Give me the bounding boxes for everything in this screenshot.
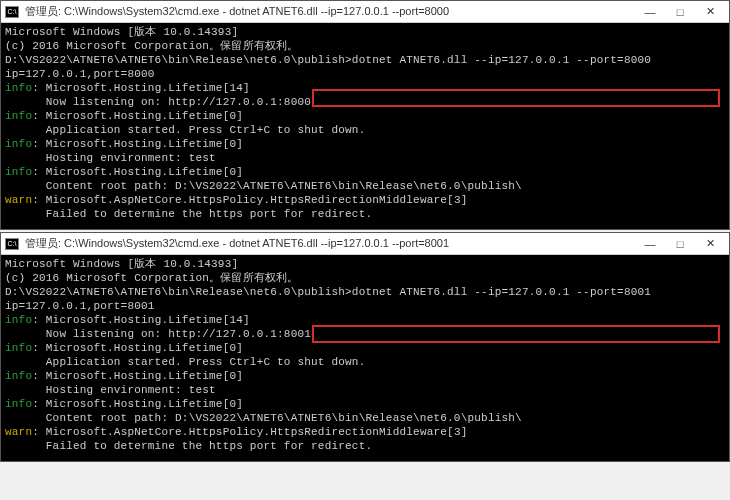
info-label: info: [5, 314, 32, 326]
terminal-line: info: Microsoft.Hosting.Lifetime[0]: [5, 369, 725, 383]
log-message: : Microsoft.Hosting.Lifetime[14]: [32, 82, 250, 94]
terminal-line: Microsoft Windows [版本 10.0.14393]: [5, 25, 725, 39]
window-controls: — □ ✕: [635, 234, 725, 254]
log-message: : Microsoft.Hosting.Lifetime[0]: [32, 110, 243, 122]
cmd-icon: C:\: [5, 6, 19, 18]
window-controls: — □ ✕: [635, 2, 725, 22]
terminal-line: info: Microsoft.Hosting.Lifetime[0]: [5, 165, 725, 179]
terminal-line: info: Microsoft.Hosting.Lifetime[14]: [5, 313, 725, 327]
minimize-button[interactable]: —: [635, 234, 665, 254]
info-label: info: [5, 342, 32, 354]
terminal-line: info: Microsoft.Hosting.Lifetime[0]: [5, 397, 725, 411]
cmd-window-1: C:\ 管理员: C:\Windows\System32\cmd.exe - d…: [0, 0, 730, 230]
terminal-line: D:\VS2022\ATNET6\ATNET6\bin\Release\net6…: [5, 285, 725, 299]
terminal-line: Microsoft Windows [版本 10.0.14393]: [5, 257, 725, 271]
terminal-line: Failed to determine the https port for r…: [5, 439, 725, 453]
window-title: 管理员: C:\Windows\System32\cmd.exe - dotne…: [25, 4, 635, 19]
terminal-line: Content root path: D:\VS2022\ATNET6\ATNE…: [5, 411, 725, 425]
log-message: : Microsoft.Hosting.Lifetime[0]: [32, 398, 243, 410]
info-label: info: [5, 138, 32, 150]
terminal-line: Hosting environment: test: [5, 151, 725, 165]
terminal-line: info: Microsoft.Hosting.Lifetime[0]: [5, 137, 725, 151]
terminal-line: info: Microsoft.Hosting.Lifetime[0]: [5, 109, 725, 123]
terminal-line: Application started. Press Ctrl+C to shu…: [5, 355, 725, 369]
info-label: info: [5, 166, 32, 178]
titlebar[interactable]: C:\ 管理员: C:\Windows\System32\cmd.exe - d…: [1, 1, 729, 23]
terminal-line: D:\VS2022\ATNET6\ATNET6\bin\Release\net6…: [5, 53, 725, 67]
maximize-button[interactable]: □: [665, 2, 695, 22]
info-label: info: [5, 110, 32, 122]
terminal-line: warn: Microsoft.AspNetCore.HttpsPolicy.H…: [5, 425, 725, 439]
terminal-line: warn: Microsoft.AspNetCore.HttpsPolicy.H…: [5, 193, 725, 207]
log-message: : Microsoft.Hosting.Lifetime[0]: [32, 342, 243, 354]
log-message: : Microsoft.Hosting.Lifetime[14]: [32, 314, 250, 326]
log-message: : Microsoft.Hosting.Lifetime[0]: [32, 138, 243, 150]
info-label: info: [5, 398, 32, 410]
log-message: : Microsoft.AspNetCore.HttpsPolicy.Https…: [32, 426, 467, 438]
terminal-line: Hosting environment: test: [5, 383, 725, 397]
terminal-output[interactable]: Microsoft Windows [版本 10.0.14393](c) 201…: [1, 255, 729, 461]
warn-label: warn: [5, 426, 32, 438]
close-button[interactable]: ✕: [695, 234, 725, 254]
info-label: info: [5, 370, 32, 382]
cmd-window-2: C:\ 管理员: C:\Windows\System32\cmd.exe - d…: [0, 232, 730, 462]
log-message: : Microsoft.AspNetCore.HttpsPolicy.Https…: [32, 194, 467, 206]
terminal-line: Application started. Press Ctrl+C to shu…: [5, 123, 725, 137]
terminal-output[interactable]: Microsoft Windows [版本 10.0.14393](c) 201…: [1, 23, 729, 229]
warn-label: warn: [5, 194, 32, 206]
terminal-line: ip=127.0.0.1,port=8000: [5, 67, 725, 81]
terminal-line: ip=127.0.0.1,port=8001: [5, 299, 725, 313]
window-title: 管理员: C:\Windows\System32\cmd.exe - dotne…: [25, 236, 635, 251]
log-message: : Microsoft.Hosting.Lifetime[0]: [32, 370, 243, 382]
close-button[interactable]: ✕: [695, 2, 725, 22]
terminal-line: Failed to determine the https port for r…: [5, 207, 725, 221]
cmd-icon: C:\: [5, 238, 19, 250]
terminal-line: (c) 2016 Microsoft Corporation。保留所有权利。: [5, 271, 725, 285]
titlebar[interactable]: C:\ 管理员: C:\Windows\System32\cmd.exe - d…: [1, 233, 729, 255]
log-message: : Microsoft.Hosting.Lifetime[0]: [32, 166, 243, 178]
terminal-line: info: Microsoft.Hosting.Lifetime[14]: [5, 81, 725, 95]
terminal-line: Now listening on: http://127.0.0.1:8000: [5, 95, 725, 109]
maximize-button[interactable]: □: [665, 234, 695, 254]
terminal-line: info: Microsoft.Hosting.Lifetime[0]: [5, 341, 725, 355]
minimize-button[interactable]: —: [635, 2, 665, 22]
terminal-line: (c) 2016 Microsoft Corporation。保留所有权利。: [5, 39, 725, 53]
terminal-line: Content root path: D:\VS2022\ATNET6\ATNE…: [5, 179, 725, 193]
info-label: info: [5, 82, 32, 94]
terminal-line: Now listening on: http://127.0.0.1:8001: [5, 327, 725, 341]
